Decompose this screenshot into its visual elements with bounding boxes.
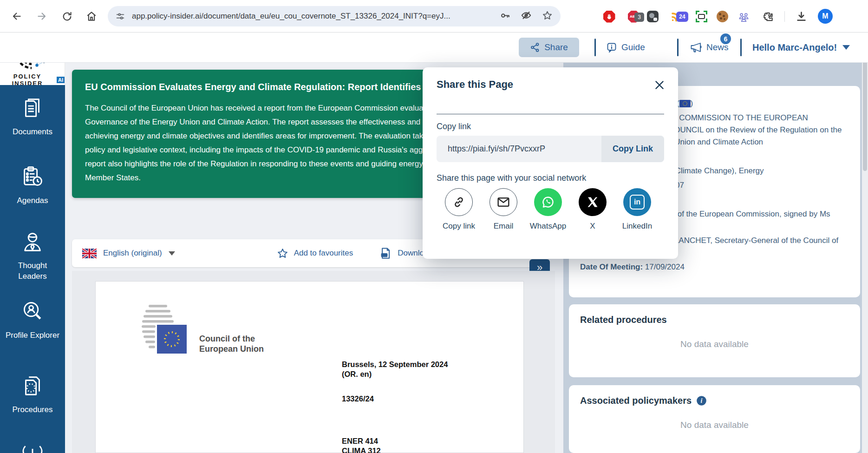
header-divider: [677, 39, 679, 56]
news-count-badge: 6: [719, 33, 732, 45]
share-email-button[interactable]: Email: [481, 188, 526, 231]
doc-place-date: Brussels, 12 September 2024: [342, 360, 448, 369]
council-org-line2: European Union: [199, 344, 264, 354]
reload-icon[interactable]: [60, 10, 73, 23]
share-modal-title: Share this Page: [437, 79, 513, 91]
sidebar-item-procedures[interactable]: Procedures: [0, 373, 65, 415]
abp-badge: 3: [634, 13, 644, 22]
associated-policymakers-empty: No data available: [580, 420, 849, 430]
page-scrollbar[interactable]: [862, 33, 868, 453]
doc-ref: ENER 414: [342, 436, 381, 446]
share-linkedin-button[interactable]: in LinkedIn: [615, 188, 659, 231]
share-x-button[interactable]: X: [570, 188, 615, 231]
language-selector[interactable]: English (original): [103, 249, 162, 258]
council-org-line1: Council of the: [199, 334, 264, 344]
cookie-extension-icon[interactable]: [716, 10, 729, 23]
app-header: Share Guide News 6 Hello Marc-Angelo!: [0, 33, 868, 63]
screen: app.policy-insider.ai/document/data_eu/e…: [0, 0, 868, 453]
rss-badge: 24: [676, 12, 688, 22]
chevron-down-icon[interactable]: [169, 251, 175, 256]
pdf-file-icon: PDF: [379, 246, 392, 260]
toolbar-divider: [784, 11, 785, 22]
share-button[interactable]: Share: [519, 38, 579, 57]
document-page[interactable]: Council of the European Union Brussels, …: [95, 281, 524, 453]
sidebar-item-partial[interactable]: [0, 445, 65, 453]
partial-icon: [20, 445, 45, 453]
social-row: Copy link Email WhatsApp X: [437, 188, 659, 231]
browser-toolbar: app.policy-insider.ai/document/data_eu/e…: [0, 0, 868, 33]
sidebar-item-profile-explorer[interactable]: Profile Explorer: [0, 299, 65, 341]
agendas-icon: [20, 164, 45, 189]
extensions-puzzle-icon[interactable]: [762, 10, 774, 23]
guide-info-icon: [606, 42, 617, 53]
forward-icon[interactable]: [35, 10, 48, 23]
share-copy-link-button[interactable]: Copy link: [437, 188, 481, 231]
url-bar[interactable]: app.policy-insider.ai/document/data_eu/e…: [108, 6, 561, 26]
svg-text:PDF: PDF: [382, 254, 387, 256]
recorder-extension-icon[interactable]: [646, 10, 659, 23]
share-nodes-icon: [530, 42, 540, 53]
detail-row-meeting-date: Date Of Meeting: 17/09/2024: [580, 261, 849, 273]
bookmark-star-icon[interactable]: [542, 10, 553, 23]
add-to-favourites-button[interactable]: Add to favourites: [276, 247, 353, 260]
person-icon: [20, 229, 45, 254]
profile-search-icon: [20, 299, 45, 324]
adblock-extension-icon[interactable]: [603, 10, 615, 23]
home-icon[interactable]: [85, 10, 98, 23]
share-modal: Share this Page Copy link https://piai.f…: [423, 67, 678, 259]
share-link-value[interactable]: https://piai.fyi/sh/7PvcxxrP: [448, 136, 545, 162]
document-preview: Council of the European Union Brussels, …: [72, 271, 555, 453]
back-icon[interactable]: [10, 10, 23, 23]
linkedin-icon: in: [630, 195, 645, 210]
whatsapp-icon: [540, 194, 556, 210]
svg-text:i: i: [701, 397, 703, 404]
uk-flag-icon: [82, 249, 97, 258]
sidebar: POLICY INSIDER AI Documents Agendas Thou…: [0, 33, 65, 453]
sidebar-nav: Documents Agendas Thought Leaders Profil…: [0, 85, 65, 453]
news-megaphone-icon: [689, 41, 702, 53]
eye-hidden-icon[interactable]: [520, 9, 532, 23]
profile-avatar[interactable]: M: [818, 9, 833, 24]
header-divider: [594, 39, 596, 56]
screenshot-extension-icon[interactable]: [695, 10, 708, 23]
star-icon: [276, 247, 289, 260]
associated-policymakers-card: Associated policymakers i No data availa…: [569, 385, 860, 453]
header-divider: [740, 39, 742, 56]
url-text[interactable]: app.policy-insider.ai/document/data_eu/e…: [132, 12, 450, 21]
share-whatsapp-button[interactable]: WhatsApp: [526, 188, 570, 231]
copy-link-button[interactable]: Copy Link: [601, 136, 664, 162]
chevron-down-icon: [842, 45, 850, 50]
council-eu-logo: Council of the European Union: [140, 304, 288, 357]
info-icon[interactable]: i: [696, 395, 707, 406]
people-extension-icon[interactable]: [737, 10, 750, 23]
copy-link-label: Copy link: [437, 122, 471, 131]
password-key-icon[interactable]: [499, 10, 511, 23]
user-menu[interactable]: Hello Marc-Angelo!: [752, 38, 850, 57]
sidebar-item-agendas[interactable]: Agendas: [0, 164, 65, 206]
brand-ai-tag: AI: [57, 77, 65, 83]
share-link-field[interactable]: https://piai.fyi/sh/7PvcxxrP Copy Link: [437, 136, 664, 162]
associated-policymakers-title: Associated policymakers: [580, 395, 692, 406]
eu-flag-icon: [677, 99, 693, 108]
x-logo-icon: [586, 196, 599, 209]
related-procedures-empty: No data available: [580, 339, 849, 349]
email-icon: [496, 195, 511, 210]
sidebar-item-thought-leaders[interactable]: Thought Leaders: [0, 229, 65, 282]
related-procedures-title: Related procedures: [580, 315, 849, 325]
sidebar-item-documents[interactable]: Documents: [0, 95, 65, 137]
doc-number: 13326/24: [342, 394, 374, 403]
social-heading: Share this page with your social network: [437, 173, 586, 183]
guide-button[interactable]: Guide: [606, 38, 645, 57]
related-procedures-card: Related procedures No data available: [569, 304, 860, 377]
downloads-icon[interactable]: [795, 10, 808, 23]
close-icon[interactable]: [653, 79, 666, 92]
modal-divider: [437, 114, 664, 114]
documents-icon: [20, 95, 45, 120]
doc-ref: CLIMA 312: [342, 446, 381, 453]
link-icon: [452, 195, 466, 209]
eu-document-icon: [20, 373, 45, 398]
doc-or-lang: (OR. en): [342, 369, 448, 379]
site-permissions-icon[interactable]: [115, 11, 125, 21]
